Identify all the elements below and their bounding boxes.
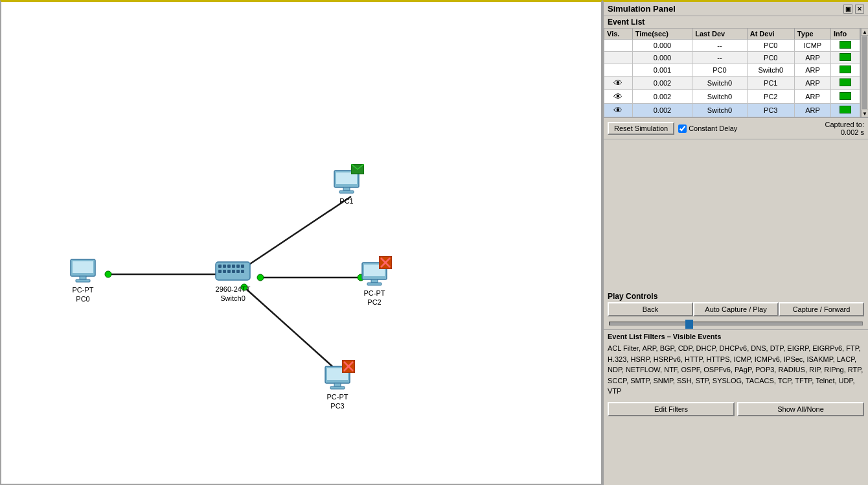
show-all-none-button[interactable]: Show All/None [737, 402, 864, 416]
svg-line-1 [244, 196, 351, 268]
svg-rect-14 [76, 279, 90, 282]
row-time: 0.000 [632, 40, 692, 52]
col-info: Info [831, 29, 860, 40]
svg-rect-28 [223, 270, 226, 273]
svg-rect-18 [339, 191, 354, 193]
play-controls-title: Play Controls [608, 290, 864, 302]
row-time: 0.002 [632, 77, 692, 90]
row-vis[interactable] [604, 40, 633, 52]
row-info[interactable] [831, 52, 860, 64]
row-at-devi: PC2 [747, 90, 794, 104]
row-type: ARP [794, 64, 830, 77]
svg-point-7 [257, 274, 264, 281]
row-info[interactable] [831, 64, 860, 77]
event-table-row[interactable]: 0.000--PC0ARP [604, 52, 860, 64]
row-info[interactable] [831, 77, 860, 90]
svg-rect-21 [218, 265, 222, 268]
scrollbar-down[interactable]: ▼ [861, 110, 868, 117]
controls-area: Reset Simulation Constant Delay Captured… [604, 118, 868, 139]
network-canvas: PC-PT PC0 PC1 [0, 0, 602, 485]
pc0-label1: PC-PT [73, 286, 94, 294]
row-info[interactable] [831, 90, 860, 104]
col-type: Type [794, 29, 830, 40]
event-list-scrollbar[interactable]: ▲ ▼ [860, 28, 868, 117]
row-vis[interactable]: 👁 [604, 90, 633, 104]
panel-pin-button[interactable]: ▣ [843, 5, 852, 14]
event-table-row[interactable]: 👁0.002Switch0PC3ARP [604, 104, 860, 117]
switch0-label2: Switch0 [220, 294, 246, 302]
device-pc3[interactable]: PC-PT PC3 [324, 365, 351, 410]
row-at-devi: PC1 [747, 77, 794, 90]
row-type: ARP [794, 104, 830, 117]
row-at-devi: Switch0 [747, 64, 794, 77]
network-svg [1, 2, 601, 484]
row-time: 0.002 [632, 90, 692, 104]
device-switch0[interactable]: 2960-24TT Switch0 [215, 261, 251, 302]
pc2-label2: PC2 [367, 298, 381, 306]
scrollbar-up[interactable]: ▲ [861, 28, 868, 36]
row-time: 0.002 [632, 104, 692, 117]
row-at-devi: PC0 [747, 40, 794, 52]
svg-line-3 [244, 287, 338, 372]
row-last-dev: Switch0 [692, 104, 747, 117]
filter-buttons-row: Edit Filters Show All/None [608, 402, 864, 416]
panel-close-button[interactable]: ✕ [855, 5, 864, 14]
event-list-section: Event List Vis. Time(sec) Last Dev At De… [604, 16, 868, 118]
svg-rect-29 [227, 270, 231, 273]
pc0-label2: PC0 [76, 295, 89, 303]
row-last-dev: Switch0 [692, 90, 747, 104]
switch0-label1: 2960-24TT [216, 285, 251, 293]
event-list-header: Event List [604, 16, 868, 28]
auto-capture-play-button[interactable]: Auto Capture / Play [693, 302, 779, 316]
device-pc2[interactable]: PC-PT PC2 [361, 261, 388, 306]
row-type: ARP [794, 52, 830, 64]
pc2-label1: PC-PT [364, 289, 385, 297]
row-vis[interactable]: 👁 [604, 104, 633, 117]
col-time: Time(sec) [632, 29, 692, 40]
row-time: 0.001 [632, 64, 692, 77]
svg-point-4 [105, 271, 111, 278]
pc3-label2: PC3 [330, 402, 344, 410]
speed-slider-thumb[interactable] [685, 320, 693, 329]
event-table-row[interactable]: 0.001PC0Switch0ARP [604, 64, 860, 77]
captured-time-value: 0.002 s [825, 128, 864, 136]
filters-protocols: ACL Filter, ARP, BGP, CDP, DHCP, DHCPv6,… [608, 343, 864, 397]
row-type: ICMP [794, 40, 830, 52]
row-info[interactable] [831, 104, 860, 117]
event-table-row[interactable]: 👁0.002Switch0PC1ARP [604, 77, 860, 90]
svg-rect-27 [218, 270, 222, 273]
svg-rect-43 [330, 386, 345, 389]
edit-filters-button[interactable]: Edit Filters [608, 402, 735, 416]
event-table-row[interactable]: 👁0.002Switch0PC2ARP [604, 90, 860, 104]
play-controls-section: Play Controls Back Auto Capture / Play C… [604, 289, 868, 330]
svg-rect-32 [241, 270, 244, 273]
row-time: 0.000 [632, 52, 692, 64]
svg-rect-13 [80, 276, 86, 279]
reset-simulation-button[interactable]: Reset Simulation [608, 122, 674, 135]
constant-delay-text: Constant Delay [689, 124, 737, 132]
captured-to-label: Captured to: [825, 121, 864, 128]
back-button[interactable]: Back [608, 302, 693, 316]
panel-title: Simulation Panel [608, 4, 676, 14]
svg-rect-23 [227, 265, 231, 268]
device-pc1[interactable]: PC1 [333, 169, 360, 205]
panel-canvas-area [604, 139, 868, 289]
row-type: ARP [794, 90, 830, 104]
row-vis[interactable] [604, 52, 633, 64]
col-last-dev: Last Dev [692, 29, 747, 40]
svg-rect-35 [371, 279, 378, 283]
device-pc0[interactable]: PC-PT PC0 [69, 258, 97, 303]
constant-delay-label: Constant Delay [678, 124, 737, 133]
row-vis[interactable] [604, 64, 633, 77]
filters-section: Event List Filters – Visible Events ACL … [604, 330, 868, 485]
constant-delay-checkbox[interactable] [678, 124, 687, 133]
row-vis[interactable]: 👁 [604, 77, 633, 90]
svg-rect-22 [223, 265, 226, 268]
event-table-row[interactable]: 0.000--PC0ICMP [604, 40, 860, 52]
scrollbar-thumb[interactable] [862, 36, 867, 109]
capture-forward-button[interactable]: Capture / Forward [779, 302, 864, 316]
svg-rect-24 [232, 265, 235, 268]
col-vis: Vis. [604, 29, 633, 40]
svg-rect-42 [334, 383, 341, 386]
row-info[interactable] [831, 40, 860, 52]
